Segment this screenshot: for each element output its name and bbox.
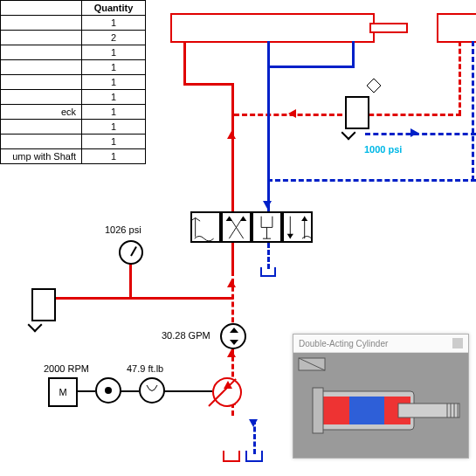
parts-table: Quantity 1 2 1 1 1 1 eck1 1 1 ump with S… [0,0,146,164]
flow-reading: 30.28 GPM [162,330,210,341]
table-row: 1 [1,60,146,75]
flow-meter[interactable] [220,323,246,349]
hose-pressure [129,262,132,299]
svg-marker-13 [367,79,381,93]
coupling[interactable] [95,377,121,404]
schematic-canvas[interactable]: Quantity 1 2 1 1 1 1 eck1 1 1 ump with S… [0,0,476,476]
svg-rect-19 [349,397,384,424]
arrow-icon [410,128,418,137]
cylinder-cutaway-icon [293,353,468,458]
speed-reading: 2000 RPM [44,363,89,374]
panel-title: Double-Acting Cylinder [299,339,388,348]
svg-marker-12 [301,217,307,221]
svg-marker-3 [240,217,246,221]
panel-action-icon[interactable] [452,338,463,348]
check-valve-icon [367,79,381,93]
svg-marker-2 [226,217,232,221]
pressure-gauge[interactable] [119,240,143,265]
hose-pressure [231,242,234,272]
tank-icon [245,451,264,463]
tank-icon [222,451,241,463]
shaft [120,390,139,392]
hose-return [365,133,476,135]
hose-return [267,66,355,68]
coupling[interactable] [139,377,165,404]
hose-pressure [231,83,234,212]
arrow-icon [227,349,236,357]
table-row: 1 [1,16,146,31]
arrow-icon [288,109,296,118]
table-row: 1 [1,90,146,105]
hose-pressure [52,297,233,300]
cylinder-rod [369,23,408,33]
hose-return [267,179,476,182]
svg-marker-11 [287,234,293,238]
table-row: 1 [1,135,146,149]
component-preview-panel[interactable]: Double-Acting Cylinder [293,334,469,459]
torque-reading: 47.9 ft.lb [127,363,163,374]
gauge-reading: 1026 psi [105,224,141,235]
relief-setpoint: 1000 psi [364,144,402,155]
hose-return [472,41,474,181]
table-row: 2 [1,31,146,45]
table-row: 1 [1,45,146,60]
panel-header[interactable]: Double-Acting Cylinder [293,335,468,353]
shaft [163,390,212,392]
hose-return [352,41,355,67]
hose-return [267,243,270,269]
electric-motor[interactable]: M [48,377,78,407]
svg-rect-18 [323,397,349,424]
table-row: ump with Shaft1 [1,149,146,164]
arrow-icon [263,201,272,209]
col-qty: Quantity [82,1,146,16]
table-row: eck1 [1,105,146,120]
arrow-icon [249,419,258,427]
hose-pressure [183,83,233,86]
table-row: 1 [1,75,146,90]
arrow-icon [227,131,236,139]
hose-pressure [183,41,186,85]
table-row: 1 [1,120,146,135]
tank-icon [259,267,277,278]
motor-icon: M [59,387,66,397]
double-acting-cylinder[interactable] [170,13,375,43]
panel-body [293,353,468,458]
hose-pressure [459,41,461,115]
variable-pump[interactable] [212,377,242,407]
relief-valve[interactable] [31,288,56,321]
relief-valve[interactable] [345,96,369,129]
svg-rect-26 [313,388,323,433]
double-acting-cylinder[interactable] [437,13,476,43]
svg-point-14 [105,387,112,394]
arrow-icon [227,279,236,287]
col-name [1,1,82,16]
shaft [76,390,95,392]
directional-valve-4-3[interactable] [190,211,313,243]
